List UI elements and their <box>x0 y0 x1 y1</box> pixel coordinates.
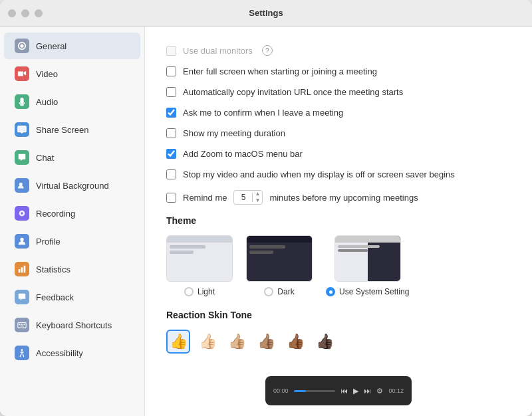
sidebar-item-virtualbackground[interactable]: Virtual Background <box>4 172 140 199</box>
theme-option-light[interactable]: Light <box>166 235 233 296</box>
svg-point-15 <box>21 349 23 351</box>
add-zoom-menu-checkbox[interactable] <box>166 149 176 159</box>
dual-monitors-checkbox[interactable] <box>166 46 176 56</box>
sidebar-item-statistics[interactable]: Statistics <box>4 256 140 282</box>
sidebar-item-profile[interactable]: Profile <box>4 228 140 255</box>
sidebar-label-video: Video <box>36 69 58 79</box>
stop-video-label: Stop my video and audio when my display … <box>183 169 455 179</box>
fullscreen-label: Enter full screen when starting or joini… <box>183 66 377 76</box>
theme-options: Light <box>166 235 511 296</box>
svg-point-5 <box>20 238 23 241</box>
minimize-button[interactable] <box>21 9 29 17</box>
skin-tone-row: 👍 👍🏻 👍🏼 👍🏽 👍🏾 👍🏿 <box>166 330 511 354</box>
sidebar: General Video Audio Share Screen <box>0 27 145 416</box>
spinner-down[interactable]: ▼ <box>255 197 260 204</box>
sidebar-item-keyboard[interactable]: Keyboard Shortcuts <box>4 312 140 338</box>
sidebar-label-vbg: Virtual Background <box>36 181 109 191</box>
svg-rect-12 <box>21 324 23 325</box>
sidebar-item-feedback[interactable]: Feedback <box>4 284 140 310</box>
audio-icon <box>15 94 29 109</box>
spinner-arrows: ▲ ▼ <box>253 191 262 204</box>
sidebar-label-statistics: Statistics <box>36 264 70 274</box>
theme-label-dark: Dark <box>277 287 294 296</box>
spinner-up[interactable]: ▲ <box>255 191 260 197</box>
show-duration-label: Show my meeting duration <box>183 128 285 138</box>
skin-tone-2[interactable]: 👍🏼 <box>225 330 249 354</box>
show-duration-checkbox[interactable] <box>166 128 176 138</box>
fullscreen-row: Enter full screen when starting or joini… <box>166 66 511 76</box>
svg-rect-7 <box>21 267 23 272</box>
svg-rect-8 <box>24 266 26 273</box>
media-progress-fill <box>294 390 307 392</box>
svg-rect-9 <box>19 294 26 299</box>
sidebar-label-accessibility: Accessibility <box>36 348 83 358</box>
sharescreen-icon <box>15 122 29 137</box>
video-icon <box>15 66 29 81</box>
close-button[interactable] <box>8 9 16 17</box>
titlebar: Settings <box>0 0 532 27</box>
svg-rect-13 <box>24 324 25 325</box>
theme-option-dark[interactable]: Dark <box>246 235 313 296</box>
reminder-value: 5 <box>234 193 253 202</box>
theme-option-system[interactable]: Use System Setting <box>326 235 409 296</box>
confirm-leave-checkbox[interactable] <box>166 108 176 118</box>
reminder-row: Remind me 5 ▲ ▼ minutes before my upcomi… <box>166 190 511 205</box>
sidebar-item-recording[interactable]: Recording <box>4 200 140 227</box>
bottom-area: 00:00 ⏮ ▶ ⏭ ⚙ 00:12 <box>145 365 532 416</box>
skin-tone-5[interactable]: 👍🏿 <box>313 330 336 354</box>
media-forward[interactable]: ⏭ <box>364 387 371 395</box>
svg-rect-0 <box>18 126 26 132</box>
sidebar-label-feedback: Feedback <box>36 292 74 302</box>
dual-monitors-row: Use dual monitors ? <box>166 45 511 56</box>
general-icon <box>15 39 29 53</box>
sidebar-item-audio[interactable]: Audio <box>4 88 140 115</box>
media-play[interactable]: ▶ <box>353 387 358 395</box>
skin-tone-0[interactable]: 👍 <box>166 330 190 354</box>
svg-point-4 <box>21 212 23 215</box>
theme-preview-light <box>166 235 233 282</box>
reminder-label-before: Remind me <box>183 193 227 203</box>
feedback-icon <box>15 290 29 304</box>
maximize-button[interactable] <box>35 9 43 17</box>
help-icon[interactable]: ? <box>262 45 273 56</box>
fullscreen-checkbox[interactable] <box>166 66 176 76</box>
media-rewind[interactable]: ⏮ <box>340 387 348 395</box>
radio-light[interactable] <box>184 287 194 296</box>
copy-url-checkbox[interactable] <box>166 87 176 97</box>
skin-tone-1[interactable]: 👍🏻 <box>196 330 219 354</box>
media-progress[interactable] <box>294 390 336 392</box>
window-controls <box>8 9 43 17</box>
sidebar-item-sharescreen[interactable]: Share Screen <box>4 116 140 143</box>
sidebar-item-video[interactable]: Video <box>4 60 140 87</box>
sidebar-item-general[interactable]: General <box>4 33 140 59</box>
reminder-spinner[interactable]: 5 ▲ ▼ <box>233 190 263 205</box>
copy-url-label: Automatically copy invitation URL once t… <box>183 87 403 97</box>
sidebar-item-chat[interactable]: Chat <box>4 144 140 171</box>
add-zoom-menu-label: Add Zoom to macOS menu bar <box>183 149 303 159</box>
radio-dark[interactable] <box>264 287 273 296</box>
content-area: General Video Audio Share Screen <box>0 27 532 416</box>
theme-label-system: Use System Setting <box>339 287 409 296</box>
theme-section-title: Theme <box>166 215 511 226</box>
sidebar-item-accessibility[interactable]: Accessibility <box>4 340 140 366</box>
radio-system[interactable] <box>326 287 335 296</box>
add-zoom-menu-row: Add Zoom to macOS menu bar <box>166 149 511 159</box>
media-settings[interactable]: ⚙ <box>376 387 383 395</box>
media-time-start: 00:00 <box>273 387 289 394</box>
reminder-checkbox[interactable] <box>166 193 176 203</box>
window-title: Settings <box>249 8 283 18</box>
skin-tone-4[interactable]: 👍🏾 <box>283 330 307 354</box>
virtualbackground-icon <box>15 178 29 193</box>
sidebar-label-audio: Audio <box>36 97 58 107</box>
media-time-end: 00:12 <box>388 387 404 394</box>
accessibility-icon <box>15 346 29 360</box>
theme-label-light: Light <box>198 287 215 296</box>
dual-monitors-label: Use dual monitors <box>183 46 253 56</box>
svg-rect-11 <box>19 324 21 325</box>
stop-video-row: Stop my video and audio when my display … <box>166 169 511 179</box>
stop-video-checkbox[interactable] <box>166 169 176 179</box>
sidebar-label-chat: Chat <box>36 153 54 163</box>
skin-tone-3[interactable]: 👍🏽 <box>254 330 278 354</box>
confirm-leave-row: Ask me to confirm when I leave a meeting <box>166 108 511 118</box>
copy-url-row: Automatically copy invitation URL once t… <box>166 87 511 97</box>
